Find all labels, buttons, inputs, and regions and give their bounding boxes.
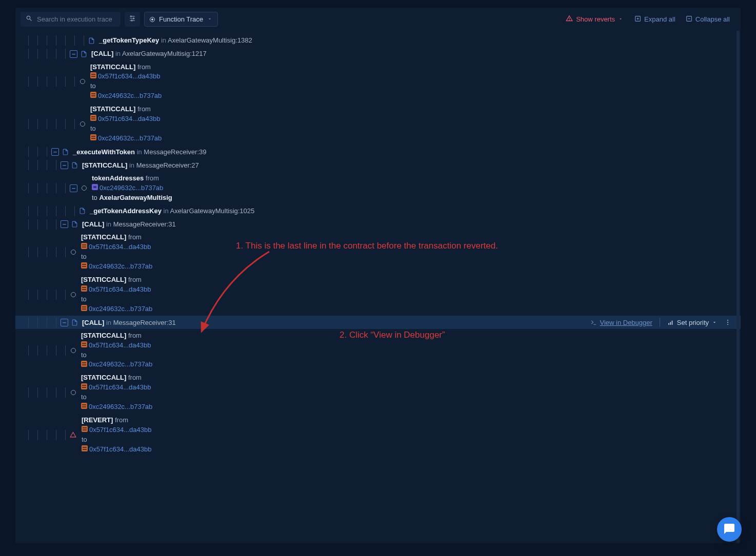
- trace-row[interactable]: [STATICCALL] from0x57f1c634...da43bbto0x…: [15, 60, 741, 103]
- step-marker-icon: [71, 250, 76, 255]
- trace-row-content: [STATICCALL] in MessageReceiver:27: [82, 161, 199, 170]
- svg-rect-39: [81, 341, 87, 347]
- svg-rect-52: [83, 427, 87, 428]
- dropdown-label: Function Trace: [159, 15, 203, 23]
- svg-rect-11: [91, 93, 95, 94]
- revert-warning-icon: [70, 431, 76, 438]
- trace-row[interactable]: −[STATICCALL] in MessageReceiver:27: [15, 158, 741, 172]
- svg-point-1: [569, 20, 570, 20]
- trace-row-content: _executeWithToken in MessageReceiver:39: [73, 148, 206, 157]
- svg-rect-20: [81, 243, 87, 249]
- svg-rect-29: [81, 305, 87, 311]
- chat-launcher-button[interactable]: [717, 517, 742, 542]
- trace-row-content: [STATICCALL] from0x57f1c634...da43bbto0x…: [90, 105, 162, 143]
- trace-row[interactable]: [STATICCALL] from0x57f1c634...da43bbto0x…: [15, 274, 741, 316]
- trace-row-content: [CALL] in AxelarGatewayMultisig:1217: [91, 49, 207, 58]
- trace-type-dropdown[interactable]: Function Trace: [144, 12, 218, 27]
- trace-row[interactable]: _getTokenAddressKey in AxelarGatewayMult…: [15, 204, 741, 218]
- trace-row[interactable]: −[CALL] in MessageReceiver:31View in Deb…: [15, 316, 741, 329]
- address-link[interactable]: 0x57f1c634...da43bb: [89, 285, 151, 293]
- search-box[interactable]: [21, 12, 121, 27]
- show-reverts-label: Show reverts: [576, 15, 615, 23]
- svg-rect-8: [91, 74, 95, 75]
- svg-rect-28: [82, 289, 86, 290]
- trace-row[interactable]: −[CALL] in MessageReceiver:31: [15, 218, 741, 231]
- svg-rect-43: [82, 362, 86, 363]
- collapse-toggle[interactable]: −: [61, 220, 68, 228]
- trace-row-content: [STATICCALL] from0x57f1c634...da43bbto0x…: [90, 63, 162, 101]
- trace-row[interactable]: [REVERT] from0x57f1c634...da43bbto0x57f1…: [15, 414, 741, 457]
- svg-rect-40: [82, 343, 86, 344]
- address-link[interactable]: 0x57f1c634...da43bb: [89, 383, 151, 391]
- trace-row-content: _getTokenTypeKey in AxelarGatewayMultisi…: [99, 36, 252, 45]
- address-link[interactable]: 0xc249632c...b737ab: [98, 134, 162, 142]
- svg-rect-54: [82, 445, 88, 451]
- svg-rect-51: [82, 426, 88, 432]
- trace-row[interactable]: _getTokenTypeKey in AxelarGatewayMultisi…: [15, 34, 741, 47]
- file-icon: [71, 220, 78, 228]
- trace-row-content: _getTokenAddressKey in AxelarGatewayMult…: [90, 207, 254, 216]
- svg-point-38: [727, 324, 728, 325]
- address-link[interactable]: 0xc249632c...b737ab: [89, 262, 152, 270]
- svg-rect-33: [668, 323, 669, 324]
- address-link[interactable]: 0x57f1c634...da43bb: [89, 243, 151, 251]
- trace-row-content: [REVERT] from0x57f1c634...da43bbto0x57f1…: [82, 416, 151, 455]
- warning-icon: [566, 15, 573, 24]
- svg-rect-21: [82, 244, 86, 245]
- svg-rect-53: [83, 429, 87, 430]
- address-link[interactable]: 0x57f1c634...da43bb: [89, 341, 151, 349]
- svg-rect-34: [670, 322, 671, 324]
- trace-row[interactable]: [STATICCALL] from0x57f1c634...da43bbto0x…: [15, 231, 741, 274]
- svg-point-36: [727, 320, 728, 321]
- collapse-toggle[interactable]: −: [61, 319, 68, 326]
- view-in-debugger-link[interactable]: View in Debugger: [590, 319, 652, 326]
- address-link[interactable]: 0xc249632c...b737ab: [89, 360, 152, 368]
- trace-row[interactable]: [STATICCALL] from0x57f1c634...da43bbto0x…: [15, 103, 741, 146]
- row-actions: View in DebuggerSet priority: [590, 318, 731, 327]
- trace-row-content: [CALL] in MessageReceiver:31: [82, 318, 176, 327]
- collapse-toggle[interactable]: −: [51, 148, 59, 156]
- address-link[interactable]: 0xc249632c...b737ab: [100, 184, 163, 192]
- address-link[interactable]: 0xc249632c...b737ab: [89, 403, 152, 410]
- search-icon: [26, 15, 33, 24]
- expand-all-button[interactable]: Expand all: [631, 13, 679, 26]
- filter-button[interactable]: [125, 12, 140, 27]
- expand-all-label: Expand all: [644, 15, 675, 23]
- search-input[interactable]: [37, 15, 115, 23]
- svg-rect-41: [82, 345, 86, 346]
- address-link[interactable]: 0xc249632c...b737ab: [98, 92, 162, 99]
- trace-row[interactable]: [STATICCALL] from0x57f1c634...da43bbto0x…: [15, 329, 741, 372]
- set-priority-button[interactable]: Set priority: [667, 319, 717, 326]
- step-marker-icon: [82, 186, 87, 191]
- trace-row[interactable]: −tokenAddresses from0xc249632c...b737abt…: [15, 172, 741, 204]
- trace-row-content: [STATICCALL] from0x57f1c634...da43bbto0x…: [81, 373, 152, 412]
- address-link[interactable]: 0x57f1c634...da43bb: [89, 445, 151, 453]
- svg-rect-49: [82, 404, 86, 405]
- collapse-toggle[interactable]: −: [70, 184, 77, 192]
- address-link[interactable]: 0xc249632c...b737ab: [89, 305, 152, 313]
- trace-row[interactable]: −_executeWithToken in MessageReceiver:39: [15, 145, 741, 158]
- svg-rect-18: [91, 138, 95, 139]
- toolbar: Function Trace Show reverts Expand all C…: [15, 8, 741, 31]
- collapse-toggle[interactable]: −: [61, 161, 68, 169]
- svg-rect-16: [90, 134, 96, 140]
- step-marker-icon: [71, 292, 76, 297]
- step-marker-icon: [71, 348, 76, 353]
- svg-rect-35: [672, 321, 673, 325]
- address-link[interactable]: 0x57f1c634...da43bb: [98, 72, 160, 80]
- collapse-toggle[interactable]: −: [70, 50, 77, 58]
- svg-rect-55: [83, 447, 87, 448]
- trace-row-content: [CALL] in MessageReceiver:31: [82, 220, 176, 229]
- show-reverts-toggle[interactable]: Show reverts: [562, 13, 627, 26]
- svg-rect-17: [91, 136, 95, 137]
- trace-tree: _getTokenTypeKey in AxelarGatewayMultisi…: [15, 31, 741, 543]
- trace-row[interactable]: [STATICCALL] from0x57f1c634...da43bbto0x…: [15, 372, 741, 414]
- address-link[interactable]: 0x57f1c634...da43bb: [89, 426, 151, 434]
- svg-rect-30: [82, 306, 86, 307]
- svg-rect-31: [82, 308, 86, 310]
- collapse-all-button[interactable]: Collapse all: [683, 13, 733, 26]
- trace-row[interactable]: −[CALL] in AxelarGatewayMultisig:1217: [15, 47, 741, 60]
- address-link[interactable]: 0x57f1c634...da43bb: [98, 115, 160, 122]
- more-actions-button[interactable]: [724, 319, 731, 326]
- svg-rect-9: [91, 76, 95, 77]
